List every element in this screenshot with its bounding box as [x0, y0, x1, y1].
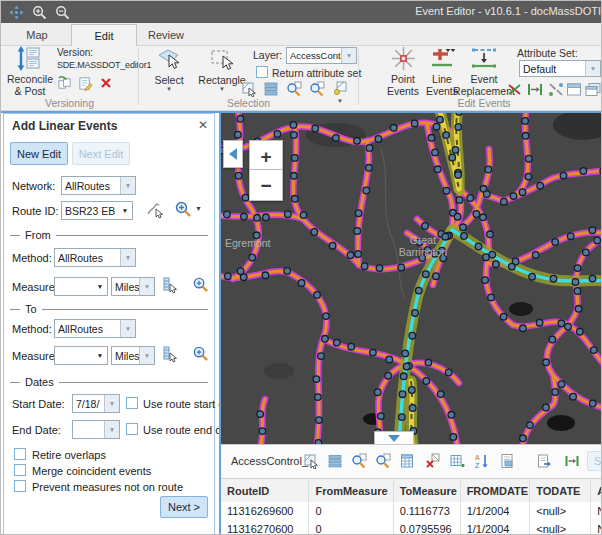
- tab-edit[interactable]: Edit: [71, 24, 137, 46]
- from-measure-arrow-icon: ▼: [93, 278, 107, 295]
- start-date-value: 7/18/: [73, 398, 104, 410]
- table-disabled-button[interactable]: S: [587, 451, 602, 471]
- route-id-combo[interactable]: BSR23 EB ▼: [61, 201, 133, 220]
- tab-map[interactable]: Map: [11, 24, 63, 45]
- start-date-combo[interactable]: 7/18/ ▼: [72, 394, 120, 413]
- from-method-select[interactable]: AllRoutes ▼: [54, 248, 136, 267]
- rectangle-tool-icon: [209, 46, 235, 74]
- panel-close-icon[interactable]: ✕: [198, 118, 208, 132]
- zoom-out-icon[interactable]: [55, 5, 70, 20]
- network-select[interactable]: AllRoutes ▼: [61, 176, 136, 195]
- group-edit-events: Point Events Line Events Event Replaceme…: [359, 45, 602, 111]
- tab-review[interactable]: Review: [137, 24, 195, 45]
- cell-access: N: [591, 502, 602, 520]
- to-measure-label: Measure:: [12, 350, 58, 362]
- column-header[interactable]: ToMeasure: [394, 479, 461, 502]
- column-header[interactable]: TODATE: [530, 479, 591, 502]
- table-calculator-icon[interactable]: [399, 453, 415, 469]
- event-editor-window: Event Editor - v10.6.1 - docMassDOTI Map…: [0, 0, 602, 535]
- end-date-combo[interactable]: ▼: [72, 420, 120, 439]
- column-header[interactable]: FromMeasure: [309, 479, 393, 502]
- to-measure-zoom-icon[interactable]: [192, 345, 209, 366]
- pan-icon[interactable]: [9, 5, 24, 20]
- point-events-button[interactable]: Point Events: [379, 46, 427, 97]
- next-button[interactable]: Next >: [160, 496, 208, 518]
- network-label: Network:: [12, 180, 55, 192]
- delete-version-icon[interactable]: [99, 76, 113, 94]
- svg-text:Z: Z: [475, 462, 480, 469]
- select-tool-button[interactable]: Select ▼: [147, 46, 191, 92]
- to-measure-combo[interactable]: ▼: [54, 346, 108, 365]
- column-header[interactable]: RouteID: [221, 479, 309, 502]
- from-units-select[interactable]: Miles ▼: [111, 277, 155, 296]
- from-measure-zoom-icon[interactable]: [192, 276, 209, 297]
- table-toolbar: AccessControl_A: [221, 445, 602, 478]
- end-date-label: End Date:: [12, 424, 61, 436]
- attribute-set-select[interactable]: Default ▼: [519, 60, 601, 77]
- return-attribute-set-checkbox[interactable]: [256, 66, 268, 78]
- reconcile-post-button[interactable]: Reconcile & Post: [5, 46, 55, 97]
- ribbon-tabstrip: Map Edit Review: [1, 23, 602, 46]
- column-header[interactable]: AC: [591, 479, 602, 502]
- to-measure-pick-icon[interactable]: [161, 345, 179, 367]
- point-events-label: Point Events: [381, 73, 425, 97]
- table-zoom-selected-icon[interactable]: [351, 453, 367, 469]
- svg-text:A: A: [475, 454, 480, 461]
- table-select-icon[interactable]: [303, 453, 319, 469]
- merge-coincident-events-checkbox[interactable]: [14, 464, 26, 476]
- to-method-value: AllRoutes: [55, 323, 120, 335]
- map-zoom-out-button[interactable]: −: [249, 169, 283, 201]
- event-replacement-label: Event Replacement: [453, 73, 515, 97]
- use-route-start-date-checkbox[interactable]: [126, 397, 138, 409]
- next-edit-button[interactable]: Next Edit: [72, 142, 130, 165]
- select-route-on-map-icon[interactable]: [146, 201, 164, 223]
- edit-events-group-label: Edit Events: [399, 97, 569, 109]
- map-view[interactable]: Egremont Great Barrington + −: [221, 113, 602, 444]
- cell-fromdate: 1/1/2004: [461, 520, 531, 535]
- layer-select[interactable]: AccessControl_A ▼: [286, 47, 357, 64]
- table-add-field-icon[interactable]: [449, 453, 465, 469]
- dates-section-label: Dates: [25, 376, 54, 388]
- table-header-row: RouteID FromMeasure ToMeasure FROMDATE T…: [221, 478, 602, 503]
- new-edit-button[interactable]: New Edit: [10, 142, 68, 165]
- table-list-icon[interactable]: [327, 453, 343, 469]
- attribute-set-value: Default: [520, 63, 585, 75]
- select-dropdown-icon[interactable]: ▼: [166, 86, 172, 92]
- from-measure-pick-icon[interactable]: [161, 276, 179, 298]
- map-label-great: Great: [410, 234, 436, 246]
- new-version-icon[interactable]: [78, 76, 93, 95]
- table-sort-icon[interactable]: AZ: [474, 453, 490, 469]
- layered-windows-icon[interactable]: [585, 82, 601, 101]
- table-export-icon[interactable]: [536, 453, 552, 469]
- table-row[interactable]: 11316270600 0 0.0795596 1/1/2004 <null> …: [221, 520, 602, 535]
- zoom-in-icon[interactable]: [32, 5, 47, 20]
- collapse-table-button[interactable]: [374, 431, 414, 444]
- column-header[interactable]: FROMDATE: [461, 479, 531, 502]
- from-measure-combo[interactable]: ▼: [54, 277, 108, 296]
- table-zoom-all-icon[interactable]: [375, 453, 391, 469]
- zoom-to-route-icon[interactable]: [174, 200, 192, 222]
- use-route-end-date-checkbox[interactable]: [126, 423, 138, 435]
- to-units-select[interactable]: Miles ▼: [111, 346, 155, 365]
- table-report-icon[interactable]: [499, 453, 515, 469]
- map-zoom-in-button[interactable]: +: [249, 140, 283, 172]
- retire-overlaps-checkbox[interactable]: [14, 448, 26, 460]
- table-row[interactable]: 11316269600 0 0.1116773 1/1/2004 <null> …: [221, 502, 602, 521]
- event-replacement-button[interactable]: Event Replacement: [453, 46, 515, 97]
- from-measure-label: Measure:: [12, 281, 58, 293]
- table-move-event-icon[interactable]: [564, 453, 580, 469]
- merge-coincident-events-label: Merge coincident events: [32, 465, 151, 477]
- zoom-to-route-dropdown-icon[interactable]: ▼: [195, 206, 202, 212]
- version-changes-icon[interactable]: [57, 76, 72, 95]
- rectangle-dropdown-icon[interactable]: ▼: [219, 86, 225, 92]
- rectangle-tool-label: Rectangle: [198, 74, 245, 86]
- table-clear-selection-icon[interactable]: [424, 453, 440, 469]
- collapse-panel-button[interactable]: [223, 140, 243, 168]
- cell-todate: <null>: [530, 520, 591, 535]
- prevent-measures-checkbox[interactable]: [14, 480, 26, 492]
- panel-title: Add Linear Events: [12, 119, 117, 133]
- to-method-select[interactable]: AllRoutes ▼: [54, 319, 136, 338]
- from-units-arrow-icon: ▼: [139, 278, 154, 295]
- attribute-table: AccessControl_A: [221, 444, 602, 535]
- prevent-measures-label: Prevent measures not on route: [32, 481, 183, 493]
